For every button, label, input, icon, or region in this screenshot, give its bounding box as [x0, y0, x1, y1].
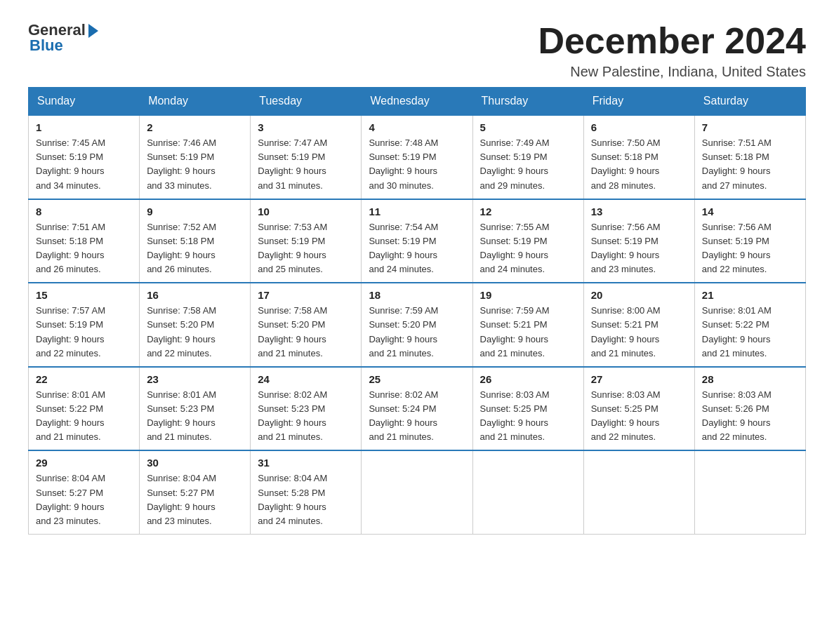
day-info: Sunrise: 7:59 AM Sunset: 5:21 PM Dayligh… [480, 304, 576, 361]
calendar-cell: 5 Sunrise: 7:49 AM Sunset: 5:19 PM Dayli… [472, 115, 583, 199]
day-number: 13 [591, 206, 687, 217]
day-info: Sunrise: 8:02 AM Sunset: 5:23 PM Dayligh… [258, 388, 354, 445]
location-subtitle: New Palestine, Indiana, United States [538, 64, 806, 80]
column-header-tuesday: Tuesday [251, 88, 362, 116]
day-number: 7 [702, 121, 798, 133]
day-number: 24 [258, 373, 354, 385]
day-number: 31 [258, 457, 354, 469]
day-info: Sunrise: 8:02 AM Sunset: 5:24 PM Dayligh… [369, 388, 465, 445]
calendar-week-row: 1 Sunrise: 7:45 AM Sunset: 5:19 PM Dayli… [29, 115, 806, 199]
calendar-cell: 14 Sunrise: 7:56 AM Sunset: 5:19 PM Dayl… [694, 199, 805, 283]
day-number: 23 [147, 373, 243, 385]
calendar-week-row: 29 Sunrise: 8:04 AM Sunset: 5:27 PM Dayl… [29, 450, 806, 534]
calendar-week-row: 22 Sunrise: 8:01 AM Sunset: 5:22 PM Dayl… [29, 367, 806, 451]
day-info: Sunrise: 7:57 AM Sunset: 5:19 PM Dayligh… [36, 304, 132, 361]
calendar-cell: 2 Sunrise: 7:46 AM Sunset: 5:19 PM Dayli… [140, 115, 251, 199]
calendar-cell: 17 Sunrise: 7:58 AM Sunset: 5:20 PM Dayl… [251, 283, 362, 367]
day-info: Sunrise: 7:58 AM Sunset: 5:20 PM Dayligh… [258, 304, 354, 361]
day-number: 12 [480, 206, 576, 217]
day-info: Sunrise: 7:51 AM Sunset: 5:18 PM Dayligh… [36, 220, 132, 277]
day-number: 8 [36, 206, 132, 217]
calendar-cell: 24 Sunrise: 8:02 AM Sunset: 5:23 PM Dayl… [251, 367, 362, 451]
calendar-cell: 9 Sunrise: 7:52 AM Sunset: 5:18 PM Dayli… [140, 199, 251, 283]
calendar-cell: 28 Sunrise: 8:03 AM Sunset: 5:26 PM Dayl… [694, 367, 805, 451]
calendar-cell: 26 Sunrise: 8:03 AM Sunset: 5:25 PM Dayl… [472, 367, 583, 451]
day-number: 5 [480, 121, 576, 133]
day-number: 25 [369, 373, 465, 385]
calendar-cell: 21 Sunrise: 8:01 AM Sunset: 5:22 PM Dayl… [694, 283, 805, 367]
day-number: 9 [147, 206, 243, 217]
day-number: 15 [36, 289, 132, 301]
calendar-week-row: 15 Sunrise: 7:57 AM Sunset: 5:19 PM Dayl… [29, 283, 806, 367]
logo: General Blue [28, 21, 98, 55]
day-number: 14 [702, 206, 798, 217]
day-number: 19 [480, 289, 576, 301]
day-info: Sunrise: 8:01 AM Sunset: 5:22 PM Dayligh… [702, 304, 798, 361]
day-info: Sunrise: 8:00 AM Sunset: 5:21 PM Dayligh… [591, 304, 687, 361]
calendar-header-row: SundayMondayTuesdayWednesdayThursdayFrid… [29, 88, 806, 116]
day-number: 3 [258, 121, 354, 133]
calendar-cell: 19 Sunrise: 7:59 AM Sunset: 5:21 PM Dayl… [472, 283, 583, 367]
day-info: Sunrise: 8:04 AM Sunset: 5:27 PM Dayligh… [36, 471, 132, 528]
calendar-cell: 7 Sunrise: 7:51 AM Sunset: 5:18 PM Dayli… [694, 115, 805, 199]
column-header-monday: Monday [140, 88, 251, 116]
day-info: Sunrise: 7:52 AM Sunset: 5:18 PM Dayligh… [147, 220, 243, 277]
day-number: 4 [369, 121, 465, 133]
calendar-cell: 11 Sunrise: 7:54 AM Sunset: 5:19 PM Dayl… [362, 199, 472, 283]
calendar-cell: 1 Sunrise: 7:45 AM Sunset: 5:19 PM Dayli… [29, 115, 140, 199]
calendar-week-row: 8 Sunrise: 7:51 AM Sunset: 5:18 PM Dayli… [29, 199, 806, 283]
day-number: 17 [258, 289, 354, 301]
day-info: Sunrise: 7:51 AM Sunset: 5:18 PM Dayligh… [702, 136, 798, 193]
column-header-sunday: Sunday [29, 88, 140, 116]
day-info: Sunrise: 7:56 AM Sunset: 5:19 PM Dayligh… [591, 220, 687, 277]
calendar-cell: 18 Sunrise: 7:59 AM Sunset: 5:20 PM Dayl… [362, 283, 472, 367]
calendar-cell: 27 Sunrise: 8:03 AM Sunset: 5:25 PM Dayl… [583, 367, 694, 451]
logo-arrow-icon [88, 24, 98, 38]
title-section: December 2024 New Palestine, Indiana, Un… [538, 21, 806, 80]
calendar-cell: 22 Sunrise: 8:01 AM Sunset: 5:22 PM Dayl… [29, 367, 140, 451]
calendar-cell: 20 Sunrise: 8:00 AM Sunset: 5:21 PM Dayl… [583, 283, 694, 367]
day-info: Sunrise: 7:56 AM Sunset: 5:19 PM Dayligh… [702, 220, 798, 277]
calendar-cell: 23 Sunrise: 8:01 AM Sunset: 5:23 PM Dayl… [140, 367, 251, 451]
calendar-table: SundayMondayTuesdayWednesdayThursdayFrid… [28, 87, 806, 535]
day-number: 21 [702, 289, 798, 301]
day-info: Sunrise: 7:59 AM Sunset: 5:20 PM Dayligh… [369, 304, 465, 361]
calendar-cell: 4 Sunrise: 7:48 AM Sunset: 5:19 PM Dayli… [362, 115, 472, 199]
calendar-cell: 25 Sunrise: 8:02 AM Sunset: 5:24 PM Dayl… [362, 367, 472, 451]
calendar-cell [472, 450, 583, 534]
day-info: Sunrise: 8:03 AM Sunset: 5:25 PM Dayligh… [480, 388, 576, 445]
day-info: Sunrise: 7:46 AM Sunset: 5:19 PM Dayligh… [147, 136, 243, 193]
day-number: 10 [258, 206, 354, 217]
day-number: 26 [480, 373, 576, 385]
day-number: 30 [147, 457, 243, 469]
day-number: 28 [702, 373, 798, 385]
logo-blue-text: Blue [29, 36, 63, 55]
calendar-cell [362, 450, 472, 534]
day-number: 11 [369, 206, 465, 217]
calendar-cell [583, 450, 694, 534]
calendar-cell: 31 Sunrise: 8:04 AM Sunset: 5:28 PM Dayl… [251, 450, 362, 534]
day-number: 1 [36, 121, 132, 133]
calendar-cell: 16 Sunrise: 7:58 AM Sunset: 5:20 PM Dayl… [140, 283, 251, 367]
day-info: Sunrise: 8:01 AM Sunset: 5:23 PM Dayligh… [147, 388, 243, 445]
day-info: Sunrise: 7:47 AM Sunset: 5:19 PM Dayligh… [258, 136, 354, 193]
day-number: 27 [591, 373, 687, 385]
day-info: Sunrise: 7:58 AM Sunset: 5:20 PM Dayligh… [147, 304, 243, 361]
day-info: Sunrise: 8:04 AM Sunset: 5:27 PM Dayligh… [147, 471, 243, 528]
day-info: Sunrise: 7:53 AM Sunset: 5:19 PM Dayligh… [258, 220, 354, 277]
day-number: 16 [147, 289, 243, 301]
day-info: Sunrise: 7:50 AM Sunset: 5:18 PM Dayligh… [591, 136, 687, 193]
day-info: Sunrise: 7:45 AM Sunset: 5:19 PM Dayligh… [36, 136, 132, 193]
calendar-cell [694, 450, 805, 534]
calendar-cell: 12 Sunrise: 7:55 AM Sunset: 5:19 PM Dayl… [472, 199, 583, 283]
calendar-cell: 30 Sunrise: 8:04 AM Sunset: 5:27 PM Dayl… [140, 450, 251, 534]
month-title: December 2024 [538, 21, 806, 61]
day-number: 22 [36, 373, 132, 385]
calendar-cell: 8 Sunrise: 7:51 AM Sunset: 5:18 PM Dayli… [29, 199, 140, 283]
day-number: 20 [591, 289, 687, 301]
day-number: 2 [147, 121, 243, 133]
day-info: Sunrise: 8:03 AM Sunset: 5:25 PM Dayligh… [591, 388, 687, 445]
column-header-friday: Friday [583, 88, 694, 116]
calendar-cell: 15 Sunrise: 7:57 AM Sunset: 5:19 PM Dayl… [29, 283, 140, 367]
calendar-cell: 6 Sunrise: 7:50 AM Sunset: 5:18 PM Dayli… [583, 115, 694, 199]
